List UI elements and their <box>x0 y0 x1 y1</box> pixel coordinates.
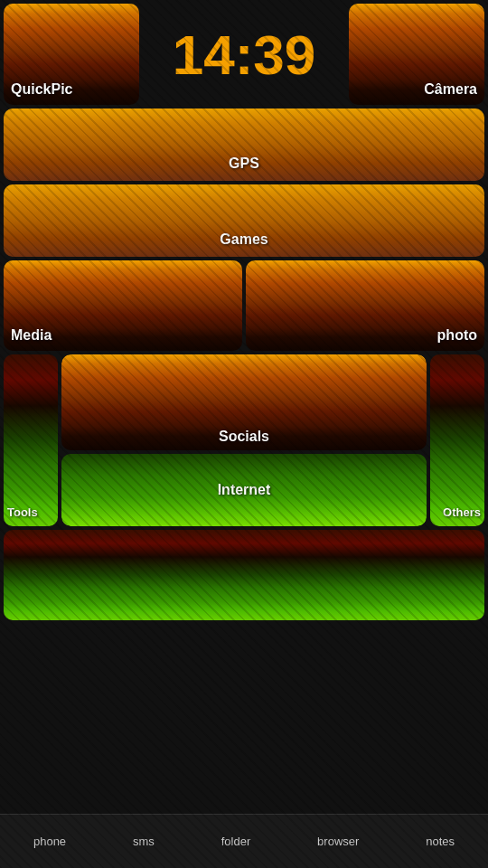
tools-label: Tools <box>7 505 38 519</box>
photo-button[interactable]: photo <box>246 260 484 351</box>
phone-label: phone <box>33 835 66 848</box>
socials-label: Socials <box>219 429 269 445</box>
folder-label: folder <box>221 835 251 848</box>
gps-button[interactable]: GPS <box>4 108 484 181</box>
socials-button[interactable]: Socials <box>61 354 427 450</box>
bottom-nav: phone sms folder browser notes <box>0 814 488 868</box>
nav-sms[interactable]: sms <box>133 835 155 848</box>
quickpic-label: QuickPic <box>11 81 72 98</box>
games-label: Games <box>220 231 267 248</box>
media-button[interactable]: Media <box>4 260 242 351</box>
games-button[interactable]: Games <box>4 184 484 257</box>
camera-label: Câmera <box>424 81 477 98</box>
media-photo-row: Media photo <box>4 260 484 351</box>
nav-notes[interactable]: notes <box>426 835 455 848</box>
socials-center: Socials Internet <box>61 354 427 526</box>
sms-label: sms <box>133 835 155 848</box>
gps-label: GPS <box>229 156 259 172</box>
bottom-green-tile[interactable] <box>4 530 484 620</box>
main-container: QuickPic 14:39 Câmera GPS Games Media ph… <box>0 0 488 868</box>
internet-label: Internet <box>218 482 271 498</box>
internet-button[interactable]: Internet <box>61 454 427 526</box>
browser-label: browser <box>317 835 359 848</box>
content-area: GPS Games Media photo Tools <box>0 108 488 814</box>
header-row: QuickPic 14:39 Câmera <box>0 0 488 108</box>
socials-row: Tools Socials Internet Others <box>4 354 484 526</box>
nav-browser[interactable]: browser <box>317 835 359 848</box>
notes-label: notes <box>426 835 455 848</box>
others-button[interactable]: Others <box>430 354 484 526</box>
nav-phone[interactable]: phone <box>33 835 66 848</box>
media-label: Media <box>11 327 52 344</box>
others-label: Others <box>443 505 481 519</box>
photo-label: photo <box>437 327 477 344</box>
nav-folder[interactable]: folder <box>221 835 251 848</box>
time-display: 14:39 <box>143 4 345 105</box>
quickpic-button[interactable]: QuickPic <box>4 4 139 105</box>
camera-button[interactable]: Câmera <box>349 4 484 105</box>
tools-button[interactable]: Tools <box>4 354 58 526</box>
